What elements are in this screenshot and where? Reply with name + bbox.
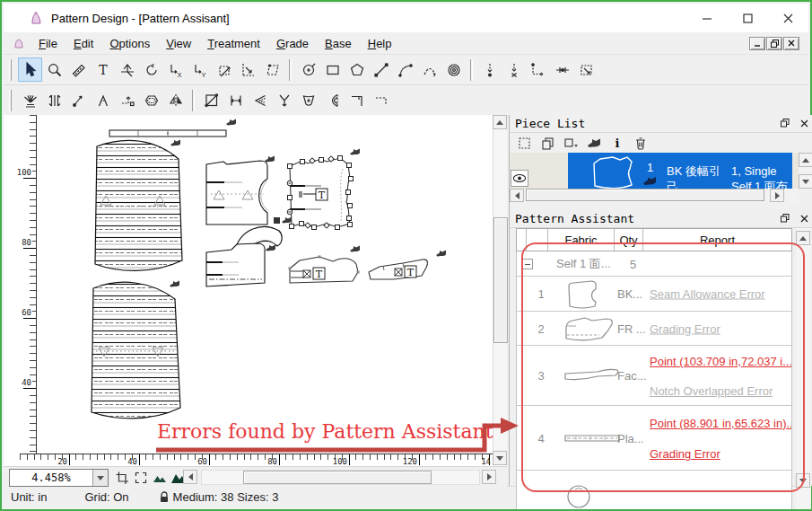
copy-piece-icon[interactable] — [538, 134, 556, 152]
report-row[interactable]: 2 FR ... Grading Error — [517, 312, 791, 346]
scrollbar-thumb[interactable] — [243, 471, 432, 484]
select-tool-button[interactable] — [18, 57, 42, 82]
rectangle-tool-button[interactable] — [320, 57, 345, 82]
scroll-up-button[interactable] — [799, 153, 812, 167]
delete-point-tool-button[interactable] — [502, 57, 526, 82]
piece-facing-right[interactable] — [369, 260, 427, 279]
fabric-group-row[interactable]: Self 1 面... 5 — [517, 251, 791, 277]
report-row[interactable]: 4 Pla... Point (88.901 in,65.623 in)... … — [517, 406, 791, 471]
menu-options[interactable]: Options — [101, 35, 158, 52]
collapse-icon[interactable] — [522, 259, 533, 269]
float-panel-icon[interactable] — [779, 117, 791, 129]
scale-tool-button[interactable] — [212, 57, 236, 82]
dart-rotate-tool-button[interactable] — [66, 88, 91, 112]
piece-list-title-bar[interactable]: Piece List — [510, 115, 812, 133]
text-tool-button[interactable]: T — [91, 57, 115, 82]
pattern-assistant-title-bar[interactable]: Pattern Assistant — [510, 210, 812, 228]
skew-tool-button[interactable] — [260, 57, 284, 82]
menu-treatment[interactable]: Treatment — [199, 35, 268, 52]
toolbar-grip[interactable] — [9, 90, 12, 111]
intersect-point-tool-button[interactable] — [550, 57, 574, 82]
piece-facing-middle[interactable] — [289, 256, 360, 284]
piece-list-content[interactable]: 1 BK 後幅引己 1, SingleSelf 1 面布 — [510, 153, 799, 189]
error-link[interactable]: Grading Error — [650, 447, 720, 461]
scroll-down-button[interactable] — [796, 473, 810, 488]
circle-tool-button[interactable] — [296, 57, 320, 82]
pattern-canvas[interactable]: T — [4, 115, 507, 486]
minimize-button[interactable] — [687, 4, 728, 32]
scroll-up-button[interactable] — [796, 231, 810, 245]
piece-list-selected-row[interactable]: 1 BK 後幅引己 1, SingleSelf 1 面布 — [568, 153, 792, 189]
scrollbar-thumb[interactable] — [526, 189, 764, 201]
menu-help[interactable]: Help — [360, 35, 400, 52]
toolbar-grip[interactable] — [9, 59, 12, 81]
piece-bodice-front[interactable] — [206, 161, 267, 225]
chevron-down-icon[interactable] — [92, 470, 108, 486]
menu-file[interactable]: File — [31, 35, 65, 52]
fan-tool-button[interactable] — [320, 88, 345, 112]
axis-tool-button[interactable] — [115, 57, 139, 82]
scroll-right-button[interactable] — [482, 470, 496, 484]
menu-edit[interactable]: Edit — [65, 35, 101, 52]
polygon-tool-button[interactable] — [345, 57, 369, 82]
menu-grade[interactable]: Grade — [268, 35, 317, 52]
info-icon[interactable]: i — [608, 134, 626, 152]
pattern-pieces-canvas[interactable]: T — [4, 115, 507, 455]
close-panel-icon[interactable] — [798, 117, 810, 129]
fit-view-button[interactable] — [132, 470, 150, 486]
mirror-tool-button[interactable] — [163, 88, 188, 112]
corner-tool-button[interactable] — [345, 88, 369, 112]
new-piece-icon[interactable] — [515, 134, 533, 152]
report-table-scrollbar[interactable] — [796, 228, 811, 509]
float-panel-icon[interactable] — [779, 212, 791, 225]
report-row[interactable]: 3 Fac... Point (103.709 in,72.037 i... N… — [517, 346, 791, 406]
seam-box-tool-button[interactable] — [199, 88, 223, 112]
canvas-horizontal-scrollbar[interactable] — [201, 470, 480, 485]
shield-tool-button[interactable] — [296, 88, 320, 112]
corner-point-tool-button[interactable] — [526, 57, 550, 82]
visibility-eye-icon[interactable] — [511, 170, 528, 187]
notch-left-tool-button[interactable] — [248, 88, 272, 112]
concentric-tool-button[interactable] — [441, 57, 466, 82]
piece-waistband[interactable] — [109, 130, 226, 137]
maximize-button[interactable] — [728, 4, 768, 32]
scroll-up-button[interactable] — [493, 115, 507, 129]
notch-spread-tool-button[interactable] — [272, 88, 296, 112]
measure-tool-button[interactable] — [66, 57, 91, 82]
scroll-left-button[interactable] — [183, 470, 197, 484]
corner-dashed-tool-button[interactable] — [369, 88, 393, 112]
box-pleat-tool-button[interactable] — [42, 88, 66, 112]
mdi-restore-button[interactable] — [766, 37, 782, 50]
scroll-down-button[interactable] — [799, 174, 812, 189]
curve-tool-button[interactable] — [393, 57, 417, 82]
error-link[interactable]: Seam Allowance Error — [650, 287, 765, 301]
report-row[interactable] — [517, 471, 791, 509]
arc-tool-button[interactable] — [417, 57, 441, 82]
scroll-down-button[interactable] — [493, 451, 507, 465]
paste-piece-icon[interactable] — [562, 134, 580, 152]
piece-tool-button[interactable] — [139, 88, 163, 112]
multi-point-tool-button[interactable] — [574, 57, 598, 82]
error-link[interactable]: Point (103.709 in,72.037 i... — [650, 355, 792, 368]
piece-list-horizontal-scrollbar[interactable] — [510, 189, 799, 203]
close-button[interactable] — [768, 4, 808, 32]
line-tool-button[interactable] — [369, 57, 393, 82]
scroll-right-button[interactable] — [770, 189, 784, 202]
zoom-level-combo[interactable]: 4.458% — [9, 469, 109, 487]
seam-move-tool-button[interactable] — [115, 88, 139, 112]
rotate-tool-button[interactable] — [139, 57, 163, 82]
mdi-minimize-button[interactable] — [749, 37, 765, 50]
scrollbar-thumb[interactable] — [493, 217, 508, 343]
pleat-tool-button[interactable] — [18, 88, 42, 112]
menu-base[interactable]: Base — [317, 35, 360, 52]
delete-piece-icon[interactable] — [632, 134, 650, 152]
canvas-vertical-scrollbar[interactable] — [493, 115, 507, 465]
error-link[interactable]: Grading Error — [650, 322, 720, 335]
error-link[interactable]: Notch Overlapped Error — [650, 384, 773, 398]
piece-list-vertical-scrollbar[interactable] — [799, 153, 812, 189]
stretch-tool-button[interactable] — [236, 57, 260, 82]
mdi-close-button[interactable] — [783, 37, 799, 50]
seam-width-tool-button[interactable] — [223, 88, 248, 112]
zoom-out-view-button[interactable] — [151, 470, 169, 486]
move-x-tool-button[interactable]: X — [163, 57, 188, 82]
